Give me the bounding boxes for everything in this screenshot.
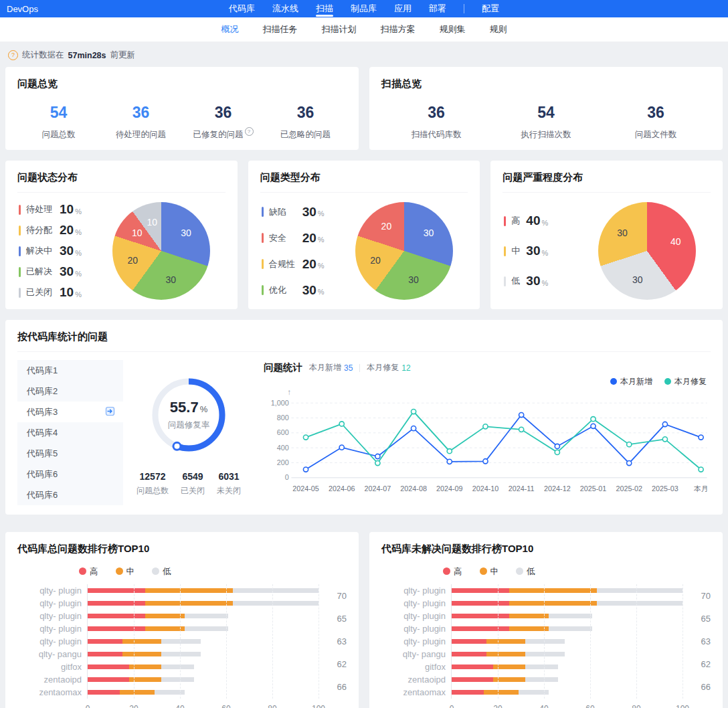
help-icon: ? [8,50,18,60]
bar-segment-低 [161,665,193,669]
gridline [590,584,591,699]
gridline [272,584,273,699]
repo-list-item[interactable]: 代码库3 [17,402,123,422]
legend-item[interactable]: 低 [516,566,535,578]
top-nav-item[interactable]: 流水线 [272,0,298,17]
legend-dot [480,567,487,575]
stacked-bar [452,677,682,682]
legend-item[interactable]: 高 [79,566,98,578]
repo-list-item[interactable]: 代码库4 [17,422,123,443]
top-nav-item[interactable]: 配置 [482,0,499,17]
bar-segment-高 [452,690,484,695]
legend-item[interactable]: 本月修复 [664,376,707,387]
sub-nav-tab[interactable]: 规则集 [440,23,466,35]
legend-label: 解决中 [26,245,60,257]
gauge-stat-value: 6031 [217,471,241,482]
legend-percent-sign: % [318,236,325,244]
legend-percent-sign: % [541,279,548,287]
enter-repo-icon[interactable] [105,406,115,418]
legend-item[interactable]: 中 [116,566,135,578]
legend-item[interactable]: 中 [480,566,499,578]
sub-nav-tab[interactable]: 扫描计划 [322,23,357,35]
legend-label: 中 [126,567,135,576]
legend-label: 本月新增 [620,377,652,386]
bar-row [88,597,318,610]
bar-category-label: gitfox [381,660,451,673]
legend-color-bar [19,288,21,298]
gridline [134,584,134,699]
legend-dot [443,567,450,575]
legend-item[interactable]: 低 [152,566,171,578]
top-nav-item[interactable]: 制品库 [351,0,377,17]
scan-stats: 36扫描代码库数54执行扫描次数36问题文件数 [381,104,711,141]
stat-item: 36问题文件数 [601,104,711,141]
right-axis-label: 70 [337,591,347,601]
top-nav-item[interactable]: 部署 [429,0,446,17]
top-nav: DevOps 代码库流水线扫描制品库应用部署配置 [0,0,728,17]
bar-row [452,610,682,622]
bar-category-label: gitfox [17,660,87,673]
bar-row [452,673,682,686]
stacked-bar [88,652,318,656]
bar-row [88,660,318,673]
pie-body: 待处理10%待分配20%解决中30%已解决30%已关闭10%3030201010 [17,202,225,300]
bar-segment-高 [452,639,486,644]
sub-nav-tab[interactable]: 扫描方案 [381,23,416,35]
legend-item: 中30% [504,244,583,258]
legend-item[interactable]: 本月新增 [610,376,652,387]
repo-list-item[interactable]: 代码库1 [17,360,123,381]
type_pie-chart: 30302020 [355,202,453,300]
legend-item[interactable]: 高 [443,566,462,578]
status-text-suffix: 前更新 [110,50,135,61]
bar-segment-中 [122,652,162,656]
stat-label: 已忽略的问题 [264,129,347,141]
bar-category-label: qlty- plugin [17,635,87,648]
bar-segment-高 [88,588,145,593]
bar-segment-低 [549,614,593,618]
trend-fix-stat: 本月修复 12 [367,362,410,373]
bar-row [452,648,682,660]
sub-nav-tab[interactable]: 概况 [221,23,239,35]
bar-segment-低 [525,639,565,644]
bar-segment-低 [185,626,229,631]
svg-text:2025-02: 2025-02 [616,484,642,493]
stat-value: 54 [491,104,601,122]
pie-legend: 高40%中30%低30% [503,213,583,288]
bar-category-label: qlty- plugin [17,584,87,597]
bar-segment-低 [525,677,557,682]
top-nav-item[interactable]: 代码库 [229,0,255,17]
x-axis-tick: 40 [539,704,548,708]
repo-name: 代码库5 [27,448,58,460]
repo-list-item[interactable]: 代码库2 [17,381,123,402]
top-nav-item[interactable]: 扫描 [316,0,333,17]
legend-item: 优化30% [262,283,341,298]
repo-list-item[interactable]: 代码库6 [17,464,123,484]
bar-category-label: zentaomax [381,686,451,699]
pie-slice-label: 10 [147,217,158,228]
bar-segment-高 [452,652,486,656]
sub-nav-tab[interactable]: 规则 [490,23,507,35]
stat-item: 54问题总数 [17,104,100,141]
sub-nav-tab[interactable]: 扫描任务 [263,23,298,35]
bar-segment-低 [233,588,318,593]
top-nav-item[interactable]: 应用 [394,0,412,17]
right-axis-labels: 7065636266 [682,584,711,699]
legend-item: 低30% [504,274,583,288]
legend-item: 缺陷30% [262,205,341,219]
stat-label: 问题文件数 [601,129,711,141]
legend-label: 已解决 [26,266,60,278]
right-axis-label: 62 [701,659,711,669]
pie-body: 高40%中30%低30%403030 [503,202,711,300]
bar-segment-中 [120,690,155,695]
issue-stats: 54问题总数36待处理的问题36已修复的问题?36已忽略的问题 [17,104,347,141]
svg-text:200: 200 [277,458,289,466]
legend-dot [79,567,86,575]
legend-value: 30 [526,274,540,288]
brand-logo[interactable]: DevOps [7,4,38,14]
repo-list-item[interactable]: 代码库5 [17,443,123,464]
status-text-prefix: 统计数据在 [22,50,64,61]
trend-new-stat: 本月新增 35 [309,362,353,373]
bar-segment-低 [161,677,193,682]
legend-label: 低 [163,567,171,576]
repo-list-item[interactable]: 代码库6 [17,484,123,505]
